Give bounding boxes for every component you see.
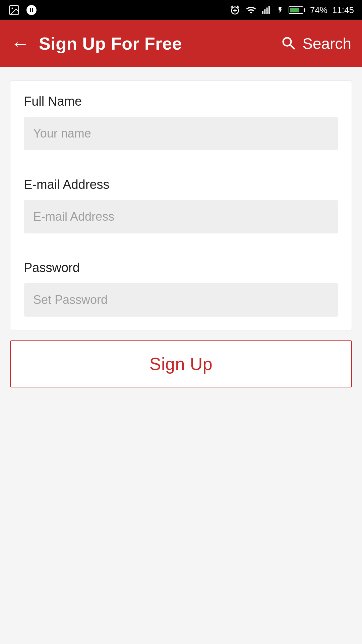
password-section: Password bbox=[10, 247, 352, 330]
battery-percent: 74% bbox=[310, 5, 327, 15]
signup-button[interactable]: Sign Up bbox=[10, 340, 352, 387]
email-label: E-mail Address bbox=[24, 177, 338, 192]
full-name-section: Full Name bbox=[10, 81, 352, 164]
image-icon bbox=[8, 4, 20, 16]
signal-icon bbox=[262, 5, 272, 15]
status-bar: 74% 11:45 bbox=[0, 0, 362, 20]
bolt-icon bbox=[277, 5, 284, 15]
alarm-icon bbox=[230, 5, 240, 15]
main-content: Full Name E-mail Address Password Sign U… bbox=[0, 67, 362, 644]
password-label: Password bbox=[24, 261, 338, 275]
page-title: Sign Up For Free bbox=[39, 34, 182, 54]
signup-form-card: Full Name E-mail Address Password bbox=[10, 80, 352, 330]
email-section: E-mail Address bbox=[10, 164, 352, 247]
search-icon bbox=[280, 35, 298, 52]
search-button[interactable]: Search bbox=[280, 35, 351, 53]
app-bar-left: ← Sign Up For Free bbox=[11, 34, 182, 54]
battery-icon bbox=[289, 6, 305, 14]
email-input[interactable] bbox=[24, 200, 338, 233]
password-input[interactable] bbox=[24, 283, 338, 317]
back-button[interactable]: ← bbox=[11, 34, 29, 53]
svg-rect-5 bbox=[268, 6, 270, 14]
status-left-icons bbox=[8, 4, 38, 16]
full-name-input[interactable] bbox=[24, 117, 338, 150]
full-name-label: Full Name bbox=[24, 94, 338, 109]
app-bar: ← Sign Up For Free Search bbox=[0, 20, 362, 67]
clock-time: 11:45 bbox=[332, 5, 354, 15]
svg-rect-2 bbox=[262, 11, 263, 14]
wifi-icon bbox=[245, 5, 257, 15]
search-label: Search bbox=[302, 35, 351, 53]
svg-rect-3 bbox=[264, 9, 265, 14]
svg-point-1 bbox=[12, 8, 13, 9]
svg-rect-4 bbox=[266, 8, 268, 14]
robot-icon bbox=[25, 4, 38, 16]
status-right-icons: 74% 11:45 bbox=[230, 5, 354, 15]
